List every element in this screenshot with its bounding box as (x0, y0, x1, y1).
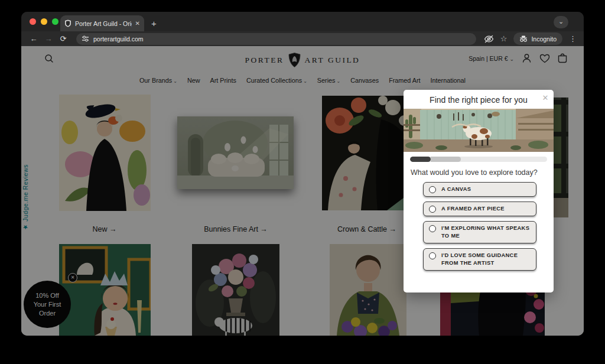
address-bar[interactable]: porterartguild.com (76, 33, 476, 45)
option-exploring[interactable]: I'M EXPLORING WHAT SPEAKS TO ME (423, 221, 536, 243)
window-chevron-button[interactable]: ⌄ (554, 16, 568, 28)
browser-tab[interactable]: Porter Art Guild - Original Ex ✕ (60, 15, 144, 31)
page-viewport: PORTER ART GUILD Spain | EUR € ⌄ (21, 46, 584, 336)
favicon-shield-icon (64, 20, 71, 27)
modal-title: Find the right piece for you (404, 90, 554, 109)
quiz-question: What would you love to explore today? (411, 168, 547, 177)
window-controls (30, 18, 58, 25)
radio-icon (429, 206, 436, 213)
incognito-label: Incognito (531, 35, 557, 43)
option-framed-art-piece[interactable]: A FRAMED ART PIECE (423, 202, 536, 216)
reload-button[interactable]: ⟳ (58, 34, 69, 43)
menu-kebab-icon[interactable]: ⋮ (569, 34, 577, 43)
url-text: porterartguild.com (93, 35, 144, 43)
quiz-modal: ✕ Find the right piece for you (404, 90, 554, 292)
toolbar-icons: ☆ Incognito ⋮ (484, 32, 577, 45)
radio-icon (429, 186, 436, 193)
progress-filled (410, 157, 431, 162)
close-window-button[interactable] (30, 18, 36, 25)
incognito-icon (519, 35, 528, 42)
option-a-canvas[interactable]: A CANVAS (423, 182, 536, 197)
maximize-window-button[interactable] (52, 18, 58, 25)
minimize-window-button[interactable] (41, 18, 47, 25)
browser-window: Porter Art Guild - Original Ex ✕ + ⌄ ← →… (21, 12, 584, 336)
tab-strip: Porter Art Guild - Original Ex ✕ + ⌄ (21, 12, 584, 31)
bookmark-star-icon[interactable]: ☆ (500, 34, 508, 43)
eye-off-icon[interactable] (484, 35, 494, 43)
quiz-progress-bar (410, 157, 547, 162)
incognito-badge: Incognito (513, 32, 562, 45)
new-tab-button[interactable]: + (151, 18, 157, 28)
option-guidance-from-artist[interactable]: I'D LOVE SOME GUIDANCE FROM THE ARTIST (423, 248, 536, 271)
radio-icon (429, 225, 436, 232)
forward-button[interactable]: → (43, 34, 54, 43)
modal-hero-cow-image (404, 109, 554, 152)
browser-toolbar: ← → ⟳ porterartguild.com ☆ (21, 31, 584, 46)
back-button[interactable]: ← (28, 34, 39, 43)
quiz-options: A CANVAS A FRAMED ART PIECE I'M EXPLORIN… (404, 182, 554, 271)
site-settings-icon[interactable] (82, 35, 89, 42)
tab-title: Porter Art Guild - Original Ex (75, 20, 132, 27)
tab-close-icon[interactable]: ✕ (135, 20, 140, 27)
progress-secondary (431, 157, 461, 162)
modal-close-icon[interactable]: ✕ (539, 92, 552, 105)
radio-icon (429, 252, 436, 259)
